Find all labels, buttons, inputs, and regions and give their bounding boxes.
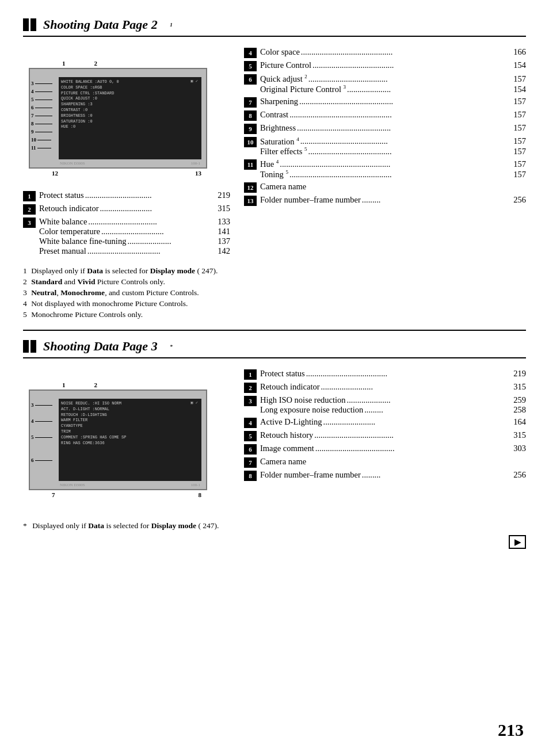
fn-text-1-5: Monochrome Picture Controls only. [29,310,143,319]
cam1-screen-line5: SHARPENING :3 [61,102,199,108]
dots-1-3c: ..................... [126,236,218,246]
nav-icon: ▶ [509,535,526,549]
dot-line-1-3b: Color temperature ......................… [39,227,230,236]
ritem2-num-6: 6 [244,444,257,455]
rdots-11b: ........................................… [288,170,513,180]
rlist-item-1-13: 13 Folder number–frame number ......... … [244,195,526,206]
list-item-1-1: 1 Protect status .......................… [23,190,230,201]
footnote-1-2: 2 Standard and Vivid Picture Controls on… [23,277,526,287]
ritem-text-9: Brightness .............................… [260,123,526,133]
ritem-num-4: 4 [244,48,257,58]
rpage2-1: 219 [513,369,526,379]
cam2-screen-line1: NOISE REDUC. :HI ISO NORM [61,401,199,407]
ritem-text-13: Folder number–frame number ......... 256 [260,195,526,205]
cam1-label-3: 3 [31,81,52,86]
rdots-13: ......... [361,195,513,205]
rlist-item-2-3: 3 High ISO noise reduction .............… [244,395,526,415]
rpage2-2: 315 [513,382,526,392]
cam2-screen-line5: CYANOTYPE [61,423,199,429]
rlabel2-6: Image comment [260,444,314,453]
cam1-label-5: 5 [31,97,52,102]
cam1-screen-line8: SATURATION :0 [61,119,199,125]
rpage-10b: 157 [513,147,526,156]
dot-line-1-3d: Preset manual ..........................… [39,246,230,256]
cam2-bottom-labels: 7 8 [29,490,207,498]
rpage2-8: 256 [513,470,526,480]
page-1-1: 219 [218,190,230,200]
rlist-item-1-4: 4 Color space ..........................… [244,47,526,58]
rdots2-8: ......... [361,470,513,480]
rlabel-6b: Original Picture Control 3 [260,84,346,94]
rdots-9: ........................................… [296,123,513,133]
rdots-11a: ........................................… [279,159,513,169]
rdots-10b: ........................................ [307,147,514,156]
rlist-item-2-6: 6 Image comment ........................… [244,444,526,455]
cam2-screen-line4: WARM FILTER [61,418,199,423]
ritem-text-10: Saturation 4 ...........................… [260,136,526,157]
ritem-num-6: 6 [244,74,257,85]
rdots-4: ........................................… [300,47,513,57]
rlist-item-1-12: 12 Camera name [244,182,526,193]
cam1-label-10: 10 [31,137,51,143]
section-icon-2 [23,340,36,353]
cam2-label-5: 5 [31,434,52,440]
item-text-1-2: Retouch indicator ......................… [39,204,230,213]
cam1-bottom-12: 12 [52,170,58,177]
ritem2-text-4: Active D-Lighting ......................… [260,417,526,427]
cam1-bottom-labels: 12 13 [29,169,207,177]
rdots-10a: ........................................… [299,136,514,146]
footnote-1-5: 5 Monochrome Picture Controls only. [23,310,526,319]
cam1-top-labels: 1 2 [29,60,207,67]
cam2-screen: NOISE REDUC. :HI ISO NORM ACT. D-LIGHT :… [59,399,201,481]
rdots2-3b: ......... [363,405,513,415]
rlabel2-3b: Long exposure noise reduction [260,405,363,415]
footnote-2: * Displayed only if Data is selected for… [23,521,526,530]
cam1-label-4: 4 [31,89,52,94]
footnote-1-4: 4 Not displayed with monochrome Picture … [23,299,526,308]
rlabel-8: Contrast [260,110,288,120]
rlabel-12: Camera name [260,182,306,191]
section-page3: Shooting Data Page 3 * 1 2 NOISE REDUC. … [23,339,526,549]
ritem2-num-1: 1 [244,369,257,380]
cam1-screen-line4: QUICK ADJUST :0 [61,96,199,102]
ritem2-text-3: High ISO noise reduction ...............… [260,395,526,415]
rlabel-7: Sharpening [260,97,298,106]
rlist-item-2-7: 7 Camera name [244,457,526,468]
page-number: 213 [498,720,524,740]
rpage2-3a: 259 [513,395,526,405]
dots-1-3b: .............................. [100,227,218,236]
fn-text-1-1: Displayed only if Data is selected for D… [29,266,218,276]
rlist-item-2-5: 5 Retouch history ......................… [244,430,526,441]
cam1-bottom-13: 13 [195,170,201,177]
rlist-item-2-2: 2 Retouch indicator ....................… [244,382,526,393]
cam2-screen-line3: RETOUCH :D-LIGHTING [61,413,199,418]
ritem-num-5: 5 [244,61,257,71]
title-text-1: Shooting Data Page 2 [43,17,158,32]
content-area-2: 1 2 NOISE REDUC. :HI ISO NORM ACT. D-LIG… [23,369,526,512]
label-1-3a: White balance [39,217,87,227]
cam1-screen-line6: CONTRAST :0 [61,108,199,113]
fn-num-1-5: 5 [23,310,27,319]
section-icon-1 [23,18,36,31]
ritem2-text-5: Retouch history ........................… [260,430,526,440]
title-text-2: Shooting Data Page 3 [43,339,158,354]
cam1-screen-line1: WHITE BALANCE :AUTO 0, 0 [61,79,199,85]
ritem-text-7: Sharpening .............................… [260,97,526,106]
item-num-1-1: 1 [23,191,36,201]
cam1-frame-label: 100-1 [191,161,200,166]
ritem2-num-5: 5 [244,431,257,441]
rpage-8: 157 [513,110,526,120]
rdots-7: ........................................… [298,97,513,106]
ritem2-text-8: Folder number–frame number ......... 256 [260,470,526,480]
label-1-3d: Preset manual [39,246,86,256]
rlist-item-2-1: 1 Protect status .......................… [244,369,526,380]
rdots-6a: ...................................... [307,74,513,84]
label-1-1: Protect status [39,190,84,200]
ritem-num-12: 12 [244,182,257,193]
ritem-text-8: Contrast ...............................… [260,110,526,120]
right-items-list-1: 4 Color space ..........................… [244,47,526,206]
cam1-screen-line7: BRIGHTNESS :0 [61,113,199,119]
fn-text-1-4: Not displayed with monochrome Picture Co… [29,299,188,308]
ritem2-text-1: Protect status .........................… [260,369,526,379]
ritem-text-5: Picture Control ........................… [260,60,526,70]
